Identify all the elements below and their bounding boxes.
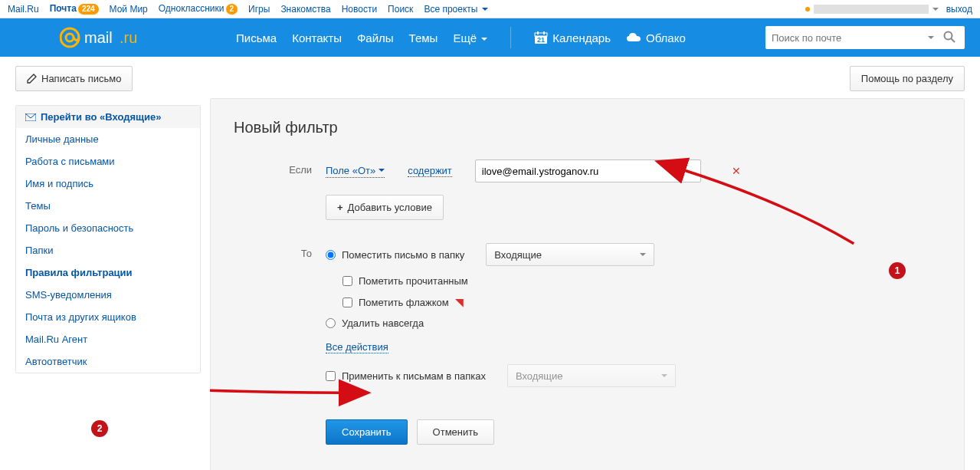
- top-link-allprojects[interactable]: Все проекты: [424, 4, 487, 15]
- action-row: То Поместить письмо в папку Входящие Пом…: [234, 243, 941, 396]
- nav-cloud[interactable]: Облако: [626, 31, 686, 44]
- chevron-down-icon: [379, 169, 385, 172]
- search-icon: [943, 31, 955, 43]
- action-mark-read: Пометить прочитанным: [343, 275, 941, 287]
- condition-value-input[interactable]: [475, 159, 701, 182]
- plus-icon: +: [337, 202, 343, 213]
- sidebar-item-autoresponder[interactable]: Автоответчик: [16, 350, 200, 373]
- apply-folder-select: Входящие: [507, 364, 676, 387]
- top-link-mailru[interactable]: Mail.Ru: [8, 4, 39, 15]
- divider: [510, 27, 511, 48]
- calendar-icon: 21: [534, 31, 548, 44]
- checkbox-apply-folders[interactable]: [326, 371, 336, 381]
- logo-mailru[interactable]: mail .ru: [60, 26, 159, 49]
- sidebar-item-agent[interactable]: Mail.Ru Агент: [16, 328, 200, 350]
- condition-line: Поле «От» содержит ✕: [326, 159, 941, 182]
- help-button[interactable]: Помощь по разделу: [850, 66, 965, 91]
- sidebar-item-external[interactable]: Почта из других ящиков: [16, 306, 200, 328]
- nav-calendar[interactable]: 21 Календарь: [534, 31, 611, 44]
- checkbox-mark-read-label: Пометить прочитанным: [359, 275, 468, 287]
- folder-select[interactable]: Входящие: [486, 243, 654, 266]
- sidebar-item-security[interactable]: Пароль и безопасность: [16, 217, 200, 239]
- main-header: mail .ru Письма Контакты Файлы Темы Ещё …: [0, 18, 980, 57]
- action-mark-flag: Пометить флажком ◥: [343, 296, 941, 308]
- top-link-news[interactable]: Новости: [342, 4, 377, 15]
- compose-button[interactable]: Написать письмо: [15, 66, 133, 91]
- topbar-right: выход: [805, 4, 972, 15]
- nav-calendar-label: Календарь: [552, 31, 611, 44]
- svg-line-10: [952, 38, 955, 42]
- top-link-pochta[interactable]: Почта224: [50, 3, 99, 15]
- nav-contacts[interactable]: Контакты: [292, 31, 342, 44]
- compose-icon: [27, 74, 37, 84]
- status-dot-icon: [805, 7, 810, 12]
- top-link-moimir[interactable]: Мой Мир: [110, 4, 148, 15]
- radio-move-folder-label: Поместить письмо в папку: [342, 249, 464, 261]
- radio-delete[interactable]: [326, 318, 336, 328]
- sidebar-header-label: Перейти во «Входящие»: [41, 111, 161, 123]
- user-email: [814, 5, 929, 14]
- nav-cloud-label: Облако: [646, 31, 686, 44]
- condition-row: Если Поле «От» содержит ✕ + Добавить усл…: [234, 159, 941, 220]
- remove-condition-button[interactable]: ✕: [732, 165, 741, 177]
- logout-link[interactable]: выход: [946, 4, 972, 15]
- left-column: Написать письмо Перейти во «Входящие» Ли…: [15, 66, 201, 373]
- sidebar-item-sms[interactable]: SMS-уведомления: [16, 284, 200, 306]
- all-actions-link[interactable]: Все действия: [326, 341, 388, 353]
- top-link-ok-label: Одноклассники: [159, 3, 225, 14]
- content-wrapper: Написать письмо Перейти во «Входящие» Ли…: [0, 57, 980, 470]
- chevron-down-icon: [640, 253, 646, 256]
- checkbox-mark-flag-label: Пометить флажком: [359, 297, 449, 308]
- sidebar-item-folders[interactable]: Папки: [16, 239, 200, 261]
- top-link-allprojects-label: Все проекты: [424, 4, 477, 15]
- topbar-left: Mail.Ru Почта224 Мой Мир Одноклассники2 …: [8, 3, 488, 15]
- sidebar-item-letters[interactable]: Работа с письмами: [16, 150, 200, 173]
- chevron-down-icon: [661, 374, 667, 377]
- field-from-label: Поле «От»: [326, 165, 375, 176]
- field-from-dropdown[interactable]: Поле «От»: [326, 165, 385, 178]
- add-condition-button[interactable]: + Добавить условие: [326, 195, 444, 220]
- flag-icon: ◥: [455, 296, 464, 308]
- condition-content: Поле «От» содержит ✕ + Добавить условие: [326, 159, 941, 220]
- svg-text:.ru: .ru: [120, 29, 137, 46]
- sidebar-item-signature[interactable]: Имя и подпись: [16, 173, 200, 195]
- checkbox-mark-flag[interactable]: [343, 297, 352, 307]
- svg-rect-7: [537, 31, 539, 35]
- badge-mail: 224: [78, 4, 99, 15]
- sidebar-item-personal[interactable]: Личные данные: [16, 128, 200, 150]
- operator-contains[interactable]: содержит: [408, 165, 452, 177]
- top-link-search[interactable]: Поиск: [388, 4, 413, 15]
- annotation-2: 2: [91, 420, 108, 437]
- then-label: То: [234, 243, 326, 259]
- top-link-ok[interactable]: Одноклассники2: [159, 3, 238, 15]
- chevron-down-icon: [482, 8, 488, 11]
- action-move-folder: Поместить письмо в папку Входящие: [326, 243, 941, 266]
- checkbox-apply-folders-label: Применить к письмам в папках: [342, 370, 486, 382]
- sidebar-goto-inbox[interactable]: Перейти во «Входящие»: [16, 106, 200, 128]
- badge-ok: 2: [226, 4, 238, 15]
- radio-move-folder[interactable]: [326, 250, 336, 260]
- svg-point-9: [945, 31, 952, 39]
- top-link-pochta-label: Почта: [50, 3, 77, 14]
- sidebar-item-themes[interactable]: Темы: [16, 195, 200, 217]
- search-dropdown-caret[interactable]: [928, 36, 934, 39]
- save-button[interactable]: Сохранить: [326, 419, 408, 445]
- checkbox-mark-read[interactable]: [343, 276, 352, 286]
- search-input[interactable]: [772, 32, 928, 44]
- sidebar-item-filters[interactable]: Правила фильтрации: [16, 261, 200, 284]
- search-button[interactable]: [940, 31, 959, 45]
- nav-more[interactable]: Ещё: [453, 31, 487, 44]
- svg-point-1: [66, 34, 74, 41]
- nav-files[interactable]: Файлы: [357, 31, 394, 44]
- user-menu[interactable]: [805, 5, 939, 14]
- chevron-down-icon: [481, 38, 487, 41]
- top-link-games[interactable]: Игры: [248, 4, 270, 15]
- cancel-button[interactable]: Отменить: [417, 419, 494, 445]
- apply-to-folders-row: Применить к письмам в папках Входящие: [326, 364, 941, 387]
- apply-folder-selected-label: Входящие: [516, 370, 563, 382]
- top-link-dating[interactable]: Знакомства: [280, 4, 330, 15]
- nav-themes[interactable]: Темы: [409, 31, 438, 44]
- compose-label: Написать письмо: [41, 73, 121, 84]
- svg-text:mail: mail: [84, 29, 113, 46]
- nav-letters[interactable]: Письма: [236, 31, 277, 44]
